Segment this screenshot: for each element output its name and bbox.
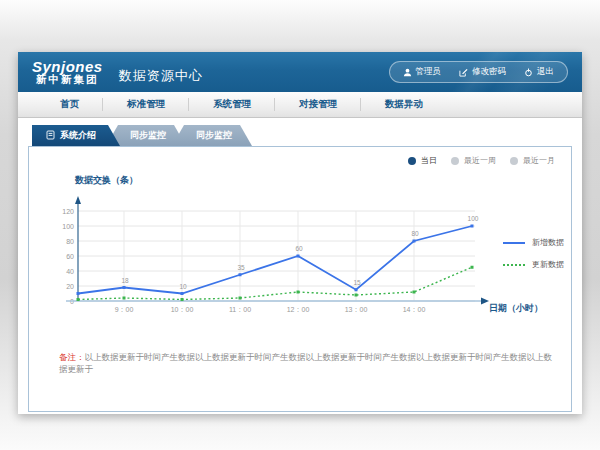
company-logo: Synjones 新中新集团: [32, 59, 103, 86]
svg-text:12：00: 12：00: [287, 306, 310, 313]
solid-line-icon: [503, 242, 525, 244]
legend-label: 新增数据: [532, 237, 564, 248]
logo-company-name: 新中新集团: [32, 74, 103, 85]
logo-brand-text: Synjones: [32, 59, 103, 75]
svg-text:35: 35: [237, 264, 245, 271]
nav-item-system-mgmt[interactable]: 系统管理: [189, 92, 275, 117]
nav-item-interface-mgmt[interactable]: 对接管理: [275, 92, 361, 117]
edit-icon: [459, 68, 468, 77]
svg-text:80: 80: [66, 238, 74, 245]
tab-label: 同步监控: [130, 129, 166, 142]
svg-text:80: 80: [411, 230, 419, 237]
svg-text:100: 100: [468, 215, 479, 222]
nav-item-standard-mgmt[interactable]: 标准管理: [103, 92, 189, 117]
radio-dot-icon: [510, 157, 518, 165]
footnote-prefix: 备注：: [59, 352, 85, 362]
user-icon: [403, 68, 412, 77]
page-title: 数据资源中心: [119, 67, 203, 85]
svg-text:40: 40: [66, 268, 74, 275]
main-window: Synjones 新中新集团 数据资源中心 管理员 修改密码 退出: [18, 52, 582, 414]
tab-label: 系统介绍: [60, 129, 96, 142]
app-header: Synjones 新中新集团 数据资源中心 管理员 修改密码 退出: [18, 52, 582, 92]
nav-item-home[interactable]: 首页: [36, 92, 103, 117]
radio-dot-icon: [451, 157, 459, 165]
svg-text:20: 20: [66, 283, 74, 290]
svg-text:14：00: 14：00: [403, 306, 426, 313]
logout-label: 退出: [537, 66, 554, 78]
chart-legend: 新增数据 更新数据: [503, 237, 564, 270]
change-password-button[interactable]: 修改密码: [450, 65, 515, 79]
user-toolbar: 管理员 修改密码 退出: [389, 61, 569, 83]
power-icon: [524, 68, 533, 77]
footnote: 备注：以上数据更新于时间产生数据以上数据更新于时间产生数据以上数据更新于时间产生…: [59, 352, 559, 376]
svg-text:10：00: 10：00: [171, 306, 194, 313]
radio-dot-icon: [408, 157, 416, 165]
radio-today[interactable]: 当日: [408, 155, 437, 166]
radio-label: 当日: [421, 155, 437, 166]
main-nav: 首页 标准管理 系统管理 对接管理 数据异动: [18, 92, 582, 118]
line-chart: 0204060801001209：0010：0011：0012：0013：001…: [53, 189, 493, 323]
radio-last-week[interactable]: 最近一周: [451, 155, 496, 166]
content-panel: 当日 最近一周 最近一月 数据交换（条） 0204060801001209：00…: [28, 146, 572, 412]
tab-label: 同步监控: [196, 129, 232, 142]
logout-button[interactable]: 退出: [515, 65, 563, 79]
svg-text:13：00: 13：00: [345, 306, 368, 313]
document-icon: [46, 130, 55, 142]
radio-last-month[interactable]: 最近一月: [510, 155, 555, 166]
current-user-label: 管理员: [416, 66, 442, 78]
nav-item-data-change[interactable]: 数据异动: [361, 92, 447, 117]
svg-text:100: 100: [62, 223, 74, 230]
dotted-line-icon: [503, 264, 525, 266]
legend-item-new-data: 新增数据: [503, 237, 564, 248]
radio-label: 最近一周: [464, 155, 496, 166]
svg-text:120: 120: [62, 208, 74, 215]
y-axis-title: 数据交换（条）: [75, 174, 138, 187]
tab-bar: 系统介绍 同步监控 同步监控: [32, 125, 252, 146]
legend-item-updated-data: 更新数据: [503, 259, 564, 270]
time-range-filter: 当日 最近一周 最近一月: [408, 155, 555, 166]
tab-system-intro[interactable]: 系统介绍: [32, 125, 120, 146]
svg-text:15: 15: [353, 279, 361, 286]
current-user-button[interactable]: 管理员: [394, 65, 451, 79]
footnote-text: 以上数据更新于时间产生数据以上数据更新于时间产生数据以上数据更新于时间产生数据以…: [59, 352, 552, 374]
legend-label: 更新数据: [532, 259, 564, 270]
svg-text:10: 10: [179, 283, 187, 290]
x-axis-title: 日期（小时）: [489, 302, 543, 315]
svg-text:18: 18: [121, 277, 129, 284]
svg-text:11：00: 11：00: [229, 306, 251, 313]
svg-text:60: 60: [66, 253, 74, 260]
svg-text:9：00: 9：00: [115, 306, 134, 313]
svg-text:60: 60: [295, 245, 303, 252]
radio-label: 最近一月: [523, 155, 555, 166]
change-password-label: 修改密码: [472, 66, 506, 78]
